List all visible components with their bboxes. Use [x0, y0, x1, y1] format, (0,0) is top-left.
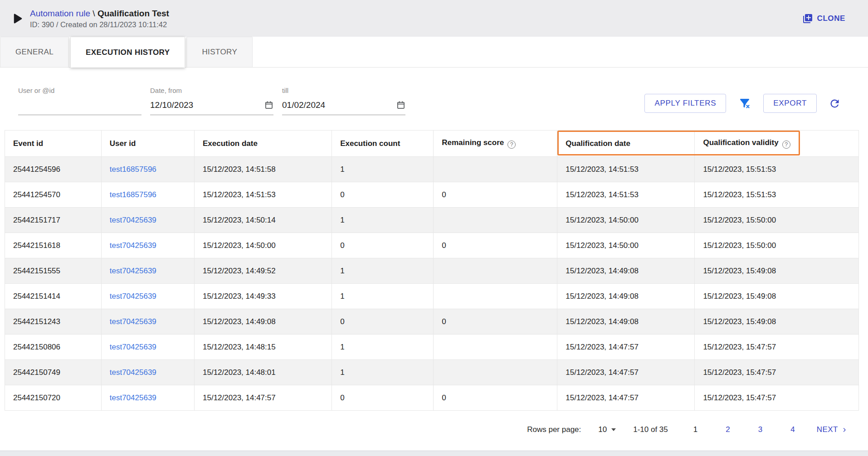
page-button-2[interactable]: 2: [726, 425, 730, 434]
apply-filters-button[interactable]: APPLY FILTERS: [644, 94, 726, 113]
export-button[interactable]: EXPORT: [763, 94, 817, 113]
tab-history[interactable]: HISTORY: [186, 37, 253, 67]
page-button-3[interactable]: 3: [758, 425, 762, 434]
user-id-link[interactable]: test70425639: [110, 292, 156, 301]
cell-qualification-date: 15/12/2023, 14:47:57: [557, 385, 695, 411]
chevron-right-icon: [842, 426, 847, 434]
user-filter-input[interactable]: [18, 95, 141, 115]
breadcrumb: Automation rule \ Qualification Test: [30, 8, 169, 19]
cell-execution-count: 1: [332, 335, 434, 360]
cell-qualification-date: 15/12/2023, 14:47:57: [557, 335, 695, 360]
cell-qualification-validity: 15/12/2023, 15:49:08: [695, 258, 859, 284]
table-row: 25442151414 test70425639 15/12/2023, 14:…: [5, 284, 859, 309]
breadcrumb-link-automation-rule[interactable]: Automation rule: [30, 9, 90, 18]
cell-qualification-validity: 15/12/2023, 15:47:57: [695, 385, 859, 411]
cell-user-id: test70425639: [101, 208, 194, 233]
date-till-input[interactable]: 01/02/2024: [282, 95, 405, 115]
calendar-icon[interactable]: [396, 100, 405, 110]
cell-execution-count: 1: [332, 258, 434, 284]
cell-qualification-validity: 15/12/2023, 15:47:57: [695, 335, 859, 360]
date-from-input[interactable]: 12/10/2023: [150, 95, 273, 115]
tab-general[interactable]: GENERAL: [0, 37, 69, 67]
user-id-link[interactable]: test70425639: [110, 216, 156, 224]
clear-filters-icon[interactable]: [738, 97, 751, 110]
tab-execution-history[interactable]: EXECUTION HISTORY: [70, 37, 185, 68]
cell-execution-date: 15/12/2023, 14:51:53: [195, 182, 332, 208]
cell-qualification-validity: 15/12/2023, 15:51:53: [695, 157, 859, 182]
table-row: 25441254596 test16857596 15/12/2023, 14:…: [5, 157, 859, 182]
play-icon: [10, 12, 24, 25]
tab-label: HISTORY: [202, 48, 237, 57]
rows-per-page-label: Rows per page:: [527, 425, 581, 434]
clone-icon: [802, 13, 813, 24]
cell-execution-date: 15/12/2023, 14:49:33: [195, 284, 332, 309]
cell-user-id: test16857596: [101, 182, 194, 208]
next-page-button[interactable]: NEXT: [817, 425, 847, 434]
user-id-link[interactable]: test70425639: [110, 343, 156, 351]
table-header-row: Event id User id Execution date Executio…: [5, 131, 859, 157]
cell-user-id: test70425639: [101, 335, 194, 360]
rows-per-page-select[interactable]: 10: [598, 425, 616, 434]
user-filter-field[interactable]: User or @id: [18, 87, 141, 115]
user-id-link[interactable]: test70425639: [110, 267, 156, 275]
cell-execution-date: 15/12/2023, 14:51:58: [195, 157, 332, 182]
cell-event-id: 25441254596: [5, 157, 102, 182]
page-button-1[interactable]: 1: [693, 425, 697, 434]
user-id-link[interactable]: test70425639: [110, 317, 156, 326]
user-id-link[interactable]: test16857596: [110, 165, 156, 174]
date-from-label: Date, from: [150, 87, 273, 94]
cell-remaining-score: [434, 360, 557, 385]
pagination-range: 1-10 of 35: [633, 425, 668, 434]
col-header-event-id: Event id: [5, 131, 102, 157]
user-id-link[interactable]: test70425639: [110, 241, 156, 250]
user-id-link[interactable]: test70425639: [110, 393, 156, 402]
cell-user-id: test70425639: [101, 360, 194, 385]
user-id-link[interactable]: test16857596: [110, 190, 156, 199]
caret-down-icon: [611, 428, 616, 431]
cell-remaining-score: 0: [434, 182, 557, 208]
help-icon[interactable]: ?: [507, 141, 516, 149]
cell-event-id: 25441254570: [5, 182, 102, 208]
date-from-field[interactable]: Date, from 12/10/2023: [150, 87, 273, 115]
cell-remaining-score: [434, 157, 557, 182]
cell-qualification-date: 15/12/2023, 14:51:53: [557, 157, 695, 182]
cell-execution-count: 1: [332, 360, 434, 385]
cell-user-id: test70425639: [101, 284, 194, 309]
cell-qualification-date: 15/12/2023, 14:47:57: [557, 360, 695, 385]
cell-event-id: 25442151243: [5, 309, 102, 335]
col-header-label: Event id: [13, 139, 43, 148]
col-header-label: Qualification validity: [703, 138, 778, 147]
page-bottom-edge: [0, 451, 868, 456]
col-header-label: Remaining score: [442, 138, 504, 147]
user-filter-label: User or @id: [18, 87, 141, 94]
cell-execution-count: 1: [332, 208, 434, 233]
header: Automation rule \ Qualification Test ID:…: [0, 0, 868, 37]
tab-label: GENERAL: [15, 48, 54, 57]
cell-qualification-validity: 15/12/2023, 15:47:57: [695, 360, 859, 385]
date-from-value: 12/10/2023: [150, 100, 193, 110]
user-id-link[interactable]: test70425639: [110, 368, 156, 377]
clone-button[interactable]: CLONE: [800, 13, 848, 24]
refresh-icon[interactable]: [829, 97, 841, 110]
table-row: 25442151243 test70425639 15/12/2023, 14:…: [5, 309, 859, 335]
cell-execution-date: 15/12/2023, 14:50:00: [195, 233, 332, 258]
table-row: 25442151618 test70425639 15/12/2023, 14:…: [5, 233, 859, 258]
calendar-icon[interactable]: [264, 100, 273, 110]
table-row: 25441254570 test16857596 15/12/2023, 14:…: [5, 182, 859, 208]
cell-execution-date: 15/12/2023, 14:48:15: [195, 335, 332, 360]
cell-qualification-validity: 15/12/2023, 15:49:08: [695, 284, 859, 309]
cell-remaining-score: [434, 208, 557, 233]
help-icon[interactable]: ?: [782, 141, 790, 149]
page-buttons: 1 2 3 4: [693, 425, 795, 434]
cell-execution-count: 0: [332, 182, 434, 208]
table-row: 25442151717 test70425639 15/12/2023, 14:…: [5, 208, 859, 233]
cell-qualification-date: 15/12/2023, 14:50:00: [557, 208, 695, 233]
cell-execution-date: 15/12/2023, 14:50:14: [195, 208, 332, 233]
page-button-4[interactable]: 4: [790, 425, 795, 434]
pagination: Rows per page: 10 1-10 of 35 1 2 3 4 NEX…: [0, 411, 868, 434]
date-till-label: till: [282, 87, 405, 94]
cell-event-id: 25442150749: [5, 360, 102, 385]
date-till-field[interactable]: till 01/02/2024: [282, 87, 405, 115]
cell-qualification-validity: 15/12/2023, 15:50:00: [695, 233, 859, 258]
col-header-label: Qualification date: [566, 139, 630, 148]
